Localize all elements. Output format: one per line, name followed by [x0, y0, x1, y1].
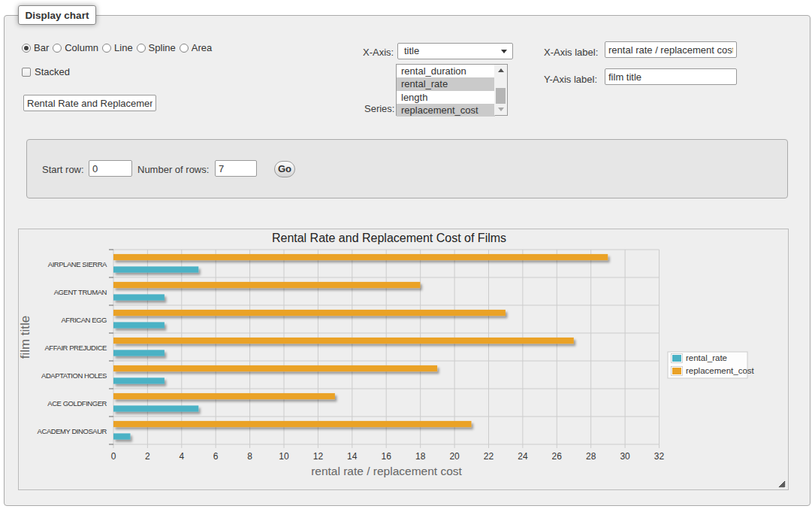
svg-text:20: 20: [449, 451, 460, 462]
svg-text:0: 0: [111, 451, 116, 462]
svg-text:12: 12: [313, 451, 324, 462]
svg-text:AGENT TRUMAN: AGENT TRUMAN: [54, 288, 107, 296]
svg-text:30: 30: [620, 451, 630, 462]
svg-text:rental_rate: rental_rate: [686, 353, 727, 362]
svg-text:16: 16: [382, 451, 392, 462]
svg-text:28: 28: [586, 451, 596, 462]
svg-text:26: 26: [552, 451, 563, 462]
svg-text:replacement_cost: replacement_cost: [686, 366, 755, 375]
svg-text:AFRICAN EGG: AFRICAN EGG: [61, 316, 107, 324]
svg-text:ACE GOLDFINGER: ACE GOLDFINGER: [47, 399, 107, 407]
svg-text:rental rate / replacement cost: rental rate / replacement cost: [311, 465, 462, 477]
svg-text:ACADEMY DINOSAUR: ACADEMY DINOSAUR: [38, 427, 107, 435]
svg-text:22: 22: [484, 451, 494, 462]
svg-text:film title: film title: [19, 316, 32, 359]
svg-text:Rental Rate and Replacement Co: Rental Rate and Replacement Cost of Film…: [272, 232, 506, 244]
svg-text:32: 32: [654, 451, 665, 462]
svg-text:2: 2: [145, 451, 150, 462]
svg-text:18: 18: [415, 451, 426, 462]
svg-text:AIRPLANE SIERRA: AIRPLANE SIERRA: [48, 260, 107, 268]
svg-text:10: 10: [279, 451, 289, 462]
svg-text:ADAPTATION HOLES: ADAPTATION HOLES: [41, 371, 107, 380]
svg-text:4: 4: [179, 451, 184, 462]
svg-text:14: 14: [347, 451, 358, 462]
svg-text:6: 6: [213, 451, 219, 462]
svg-text:24: 24: [518, 451, 528, 462]
svg-text:AFFAIR PREJUDICE: AFFAIR PREJUDICE: [44, 344, 107, 352]
svg-text:8: 8: [247, 451, 252, 462]
